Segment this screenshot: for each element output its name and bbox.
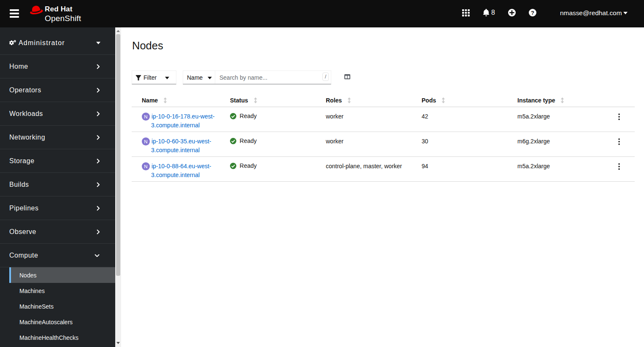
svg-text:?: ? [531, 10, 534, 16]
svg-text:N: N [144, 114, 147, 119]
svg-text:N: N [144, 139, 147, 144]
svg-text:N: N [144, 164, 147, 169]
